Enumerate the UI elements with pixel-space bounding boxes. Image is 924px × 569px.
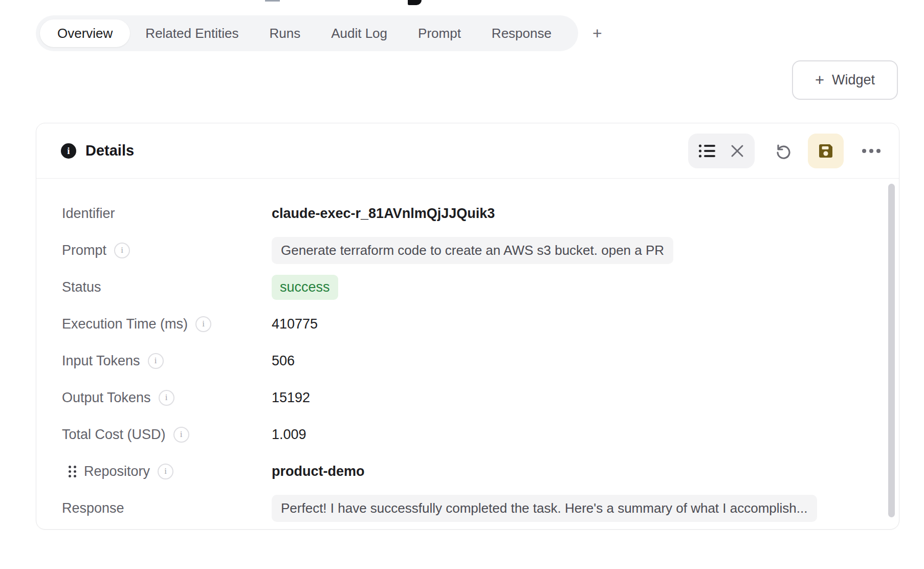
field-label: Identifier (62, 206, 115, 222)
field-label: Execution Time (ms) (62, 316, 188, 332)
field-row-status: Status success (62, 269, 899, 305)
field-label-cell: Identifier (62, 206, 272, 222)
field-value: Generate terraform code to create an AWS… (272, 237, 673, 264)
plus-icon: + (815, 72, 824, 88)
field-value: 506 (272, 353, 295, 369)
tab-label: Runs (269, 26, 300, 41)
details-card: i Details (36, 123, 899, 530)
field-label-cell: Prompt i (62, 243, 272, 258)
info-icon[interactable]: i (195, 316, 211, 332)
field-label-cell: Total Cost (USD) i (62, 427, 272, 443)
tab-label: Prompt (418, 26, 461, 41)
tab-related-entities[interactable]: Related Entities (130, 19, 254, 47)
field-row-response: Response Perfect! I have successfully co… (62, 490, 899, 527)
close-icon[interactable] (730, 144, 744, 158)
tab-prompt[interactable]: Prompt (403, 19, 476, 47)
drag-handle-icon[interactable] (69, 466, 76, 477)
field-row-repository: Repository i product-demo (62, 453, 899, 490)
cutoff-title-glyph (408, 0, 422, 5)
info-icon[interactable]: i (148, 353, 164, 369)
field-row-input-tokens: Input Tokens i 506 (62, 342, 899, 379)
more-icon[interactable] (858, 148, 885, 154)
field-value: 15192 (272, 390, 310, 406)
field-value: Perfect! I have successfully completed t… (272, 495, 817, 522)
field-label-cell: Input Tokens i (62, 353, 272, 369)
add-tab-button[interactable]: + (592, 25, 602, 41)
field-row-execution-time-ms-: Execution Time (ms) i 410775 (62, 305, 899, 342)
field-label: Output Tokens (62, 390, 151, 406)
info-filled-icon: i (61, 143, 76, 159)
field-label-cell: Response (62, 500, 272, 516)
details-card-header: i Details (36, 123, 899, 179)
field-value: success (272, 275, 338, 300)
card-toolbar (688, 134, 885, 168)
list-close-group (688, 134, 755, 168)
tab-label: Response (492, 26, 552, 41)
add-widget-button[interactable]: + Widget (792, 60, 898, 100)
field-label: Status (62, 279, 101, 295)
tab-label: Overview (57, 26, 113, 41)
tab-bar: Overview Related Entities Runs Audit Log… (36, 15, 578, 51)
field-row-output-tokens: Output Tokens i 15192 (62, 379, 899, 416)
field-value: 1.009 (272, 427, 306, 443)
info-icon[interactable]: i (173, 427, 189, 443)
field-value: claude-exec-r_81AVnlmQjJJQuik3 (272, 206, 495, 222)
field-label: Input Tokens (62, 353, 140, 369)
field-label-cell: Repository i (62, 464, 272, 479)
tab-label: Related Entities (145, 26, 238, 41)
info-icon[interactable]: i (159, 390, 174, 406)
field-label-cell: Execution Time (ms) i (62, 316, 272, 332)
tab-bar-row: Overview Related Entities Runs Audit Log… (36, 15, 602, 51)
field-value: 410775 (272, 316, 318, 332)
tab-response[interactable]: Response (476, 19, 567, 47)
tab-runs[interactable]: Runs (254, 19, 316, 47)
undo-icon[interactable] (774, 142, 793, 160)
field-row-identifier: Identifier claude-exec-r_81AVnlmQjJJQuik… (62, 195, 899, 232)
field-label-cell: Output Tokens i (62, 390, 272, 406)
field-row-prompt: Prompt i Generate terraform code to crea… (62, 232, 899, 269)
field-label-cell: Status (62, 279, 272, 295)
details-fields: Identifier claude-exec-r_81AVnlmQjJJQuik… (36, 179, 899, 527)
tab-label: Audit Log (331, 26, 387, 41)
info-icon[interactable]: i (114, 243, 130, 258)
cutoff-title-underline (265, 0, 280, 2)
scrollbar-thumb[interactable] (888, 184, 895, 517)
info-icon[interactable]: i (158, 464, 173, 479)
list-icon[interactable] (698, 143, 716, 159)
field-label: Response (62, 500, 124, 516)
save-icon[interactable] (808, 134, 844, 168)
widget-button-label: Widget (832, 72, 875, 88)
field-label: Prompt (62, 243, 106, 258)
tab-overview[interactable]: Overview (40, 19, 130, 47)
tab-audit-log[interactable]: Audit Log (316, 19, 403, 47)
field-label: Total Cost (USD) (62, 427, 166, 443)
field-row-total-cost-usd-: Total Cost (USD) i 1.009 (62, 416, 899, 453)
field-value: product-demo (272, 464, 365, 479)
card-title: Details (85, 142, 134, 159)
field-label: Repository (84, 464, 150, 479)
